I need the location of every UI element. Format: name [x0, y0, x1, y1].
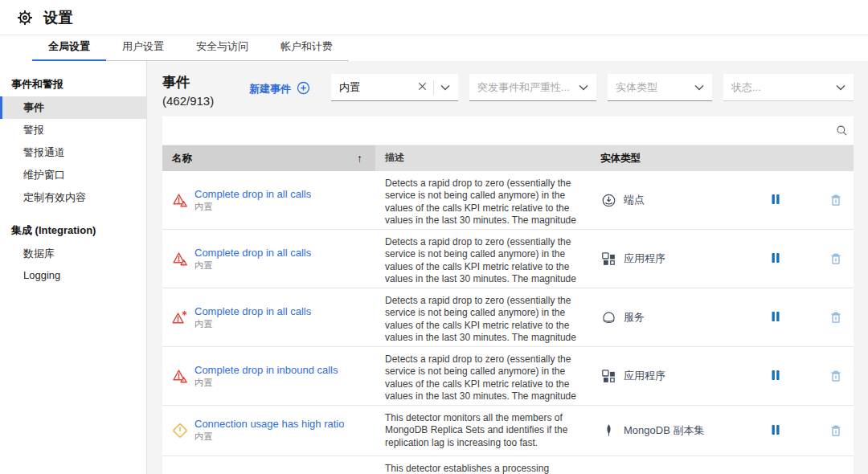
sidebar-item-定制有效内容[interactable]: 定制有效内容 [0, 186, 146, 209]
new-event-button[interactable]: 新建事件 [249, 81, 310, 97]
filter-entity-type[interactable]: 实体类型 [608, 74, 712, 101]
event-name-link[interactable]: Complete drop in all calls [194, 247, 311, 259]
settings-gear-icon [16, 9, 34, 27]
chevron-down-icon [694, 81, 704, 93]
search-icon[interactable] [829, 125, 854, 137]
sidebar-item-警报[interactable]: 警报 [0, 119, 146, 141]
warning-critical-icon [172, 192, 188, 208]
event-name-link[interactable]: Connection usage has high ratio [194, 418, 344, 430]
entity-type-label: 应用程序 [624, 369, 665, 383]
sidebar-section-title: 事件和警报 [0, 72, 146, 96]
table-row: Connection usage has high ratio 内置 This … [162, 406, 854, 456]
event-description: Detects a rapid drop to zero (essentiall… [375, 347, 591, 405]
entity-type-label: 应用程序 [624, 251, 665, 266]
warning-critical-icon [172, 251, 188, 267]
sidebar: 事件和警报事件警报警报通道维护窗口定制有效内容集成 (Integration)数… [0, 61, 147, 474]
event-origin-label: 内置 [194, 201, 311, 213]
event-origin-label: 内置 [194, 259, 311, 272]
tab-安全与访问[interactable]: 安全与访问 [180, 34, 264, 61]
sidebar-item-警报通道[interactable]: 警报通道 [0, 141, 146, 164]
table-row: Complete drop in inbound calls 内置 Detect… [162, 347, 854, 406]
sidebar-item-Logging[interactable]: Logging [0, 265, 146, 285]
sidebar-item-数据库[interactable]: 数据库 [0, 243, 146, 265]
tab-帐户和计费[interactable]: 帐户和计费 [264, 34, 349, 61]
pause-icon[interactable] [770, 424, 781, 437]
event-origin-label: 内置 [194, 431, 344, 443]
delete-icon[interactable] [829, 311, 842, 324]
warning-star-icon [172, 309, 188, 325]
tab-全局设置[interactable]: 全局设置 [32, 34, 106, 61]
column-name-label: 名称 [172, 152, 192, 165]
page-title: 设置 [43, 8, 73, 27]
pause-icon[interactable] [770, 194, 781, 206]
table-row: ConnectionPool is running out of connect… [162, 456, 854, 474]
application-icon [600, 251, 616, 266]
filter-entity-type-placeholder: 实体类型 [616, 80, 694, 95]
events-table: 名称 ↑ 描述 实体类型 Complete drop in all calls … [162, 145, 854, 474]
table-row: Complete drop in all calls 内置 Detects a … [162, 230, 854, 288]
service-icon [600, 310, 616, 325]
table-row: Complete drop in all calls 内置 Detects a … [162, 171, 854, 230]
event-name-link[interactable]: Complete drop in all calls [194, 305, 311, 317]
warning-critical-icon [172, 368, 188, 384]
entity-type-label: 端点 [624, 193, 645, 207]
pause-icon[interactable] [770, 252, 781, 265]
filter-incident-severity[interactable]: 突发事件和严重性... [469, 74, 596, 101]
chevron-down-icon [836, 81, 845, 93]
sidebar-item-事件[interactable]: 事件 [0, 96, 146, 119]
event-description: This detector monitors all the members o… [375, 406, 591, 456]
filter-built-in-value: 内置 [339, 80, 418, 95]
event-name-link[interactable]: Complete drop in all calls [194, 188, 311, 200]
entity-type-label: 服务 [624, 310, 645, 325]
events-count: (462/913) [162, 94, 249, 108]
delete-icon[interactable] [829, 370, 842, 382]
event-description: Detects a rapid drop to zero (essentiall… [375, 288, 591, 346]
event-origin-label: 内置 [194, 377, 338, 389]
chevron-down-icon [579, 81, 588, 93]
column-header-description[interactable]: 描述 [375, 145, 591, 170]
filter-status[interactable]: 状态... [723, 74, 854, 101]
table-header: 名称 ↑ 描述 实体类型 [162, 145, 854, 171]
application-icon [600, 369, 616, 383]
delete-icon[interactable] [829, 194, 842, 206]
sort-ascending-icon[interactable]: ↑ [357, 152, 362, 165]
new-event-label: 新建事件 [249, 82, 291, 96]
event-name-link[interactable]: Complete drop in inbound calls [194, 364, 338, 376]
endpoint-icon [600, 193, 616, 208]
app-header: 设置 [0, 0, 868, 35]
mongodb-icon [600, 423, 616, 437]
settings-tabbar: 全局设置用户设置安全与访问帐户和计费 [0, 35, 868, 61]
delete-icon[interactable] [829, 424, 842, 437]
warning-diamond-icon [172, 423, 188, 439]
delete-icon[interactable] [829, 252, 842, 265]
event-origin-label: 内置 [194, 318, 311, 330]
search-bar [162, 116, 854, 145]
clear-filter-icon[interactable] [418, 81, 427, 93]
sidebar-section-title: 集成 (Integration) [0, 219, 146, 243]
filter-status-placeholder: 状态... [731, 80, 836, 95]
chevron-down-icon[interactable] [440, 81, 450, 93]
filter-incident-severity-placeholder: 突发事件和严重性... [477, 80, 579, 95]
divider [433, 80, 434, 95]
table-row: Complete drop in all calls 内置 Detects a … [162, 288, 854, 347]
filter-built-in[interactable]: 内置 [331, 74, 458, 101]
main-panel: 事件 (462/913) 新建事件 内置 [147, 61, 868, 474]
event-description: Detects a rapid drop to zero (essentiall… [375, 171, 591, 229]
search-input[interactable] [162, 116, 829, 145]
column-header-name[interactable]: 名称 ↑ [162, 145, 375, 171]
events-title: 事件 [162, 74, 249, 92]
pause-icon[interactable] [770, 311, 781, 324]
column-header-entity-type[interactable]: 实体类型 [591, 152, 854, 165]
plus-circle-icon [297, 81, 310, 97]
tab-用户设置[interactable]: 用户设置 [106, 34, 180, 61]
entity-type-label: MongoDB 副本集 [624, 423, 704, 438]
event-description: This detector establishes a processing p… [375, 456, 591, 474]
pause-icon[interactable] [770, 370, 781, 382]
event-description: Detects a rapid drop to zero (essentiall… [375, 230, 591, 288]
sidebar-item-维护窗口[interactable]: 维护窗口 [0, 164, 146, 186]
